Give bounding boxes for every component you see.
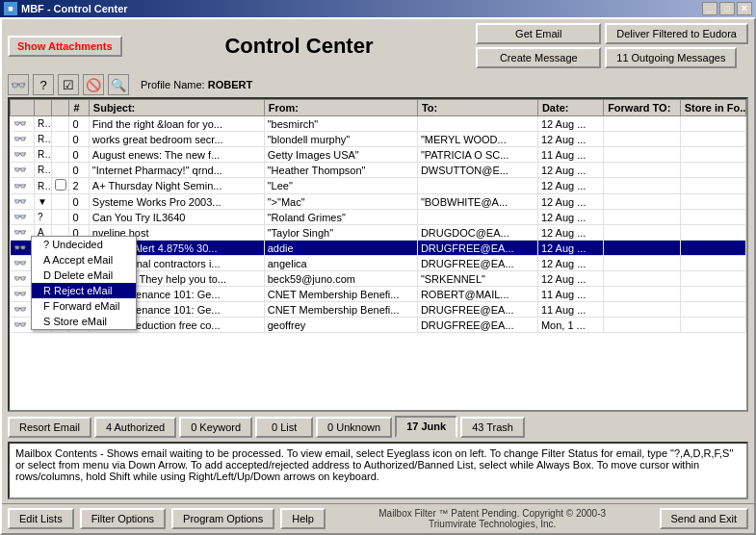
row-date: Mon, 1 ...	[537, 318, 603, 333]
send-and-exit-button[interactable]: Send and Exit	[660, 508, 749, 529]
get-email-button[interactable]: Get Email	[476, 23, 601, 44]
dropdown-item-s[interactable]: S Store eMail	[32, 314, 136, 329]
search-icon[interactable]: 🔍	[108, 74, 129, 95]
filter-tab-3[interactable]: 0 List	[255, 417, 313, 438]
row-checkbox[interactable]	[52, 163, 69, 178]
row-store	[680, 271, 745, 287]
email-table-container[interactable]: # Subject: From: To: Date: Forward TO: S…	[8, 97, 748, 412]
row-icon[interactable]: 👓	[11, 178, 35, 194]
filter-options-button[interactable]: Filter Options	[80, 508, 166, 529]
help-icon[interactable]: ?	[33, 74, 54, 95]
row-store	[680, 241, 745, 256]
row-store	[680, 178, 745, 194]
row-flag: R_...	[35, 116, 52, 132]
row-date: 12 Aug ...	[537, 116, 603, 132]
col-header-flag	[35, 100, 52, 116]
dropdown-item-a[interactable]: A Accept eMail	[32, 252, 136, 268]
row-from: "Lee"	[264, 178, 417, 194]
filter-tab-6[interactable]: 43 Trash	[460, 417, 525, 438]
row-store	[680, 210, 745, 225]
row-checkbox[interactable]	[52, 132, 69, 147]
row-flag: ?	[35, 210, 52, 225]
row-subject: works great bedroom secr...	[89, 132, 264, 147]
dropdown-item-r[interactable]: R Reject eMail	[32, 283, 136, 298]
table-row[interactable]: 👓 R_... 2 A+ Thursday Night Semin... "Le…	[11, 178, 746, 194]
row-icon[interactable]: 👓	[11, 116, 35, 132]
filter-tabs: Resort Email4 Authorized0 Keyword0 List0…	[2, 412, 754, 438]
create-message-button[interactable]: Create Message	[476, 47, 601, 68]
row-checkbox[interactable]	[52, 210, 69, 225]
table-row[interactable]: 👓 R_... 0 works great bedroom secr... "b…	[11, 132, 746, 147]
table-row[interactable]: 👓 R_... 0 "Internet Pharmacy!" qrnd... "…	[11, 163, 746, 178]
row-store	[680, 147, 745, 163]
row-icon[interactable]: 👓	[11, 194, 35, 210]
row-icon[interactable]: 👓	[11, 163, 35, 178]
outgoing-messages-button[interactable]: 11 Outgoing Messages	[605, 47, 737, 68]
ban-icon[interactable]: 🚫	[83, 74, 104, 95]
row-date: 12 Aug ...	[537, 178, 603, 194]
check-icon[interactable]: ☑	[58, 74, 79, 95]
row-store	[680, 256, 745, 271]
row-count: 0	[69, 163, 89, 178]
row-store	[680, 225, 745, 241]
toolbar-row: 👓 ? ☑ 🚫 🔍 Profile Name: ROBERT	[2, 72, 754, 97]
row-flag: R_...	[35, 147, 52, 163]
row-store	[680, 132, 745, 147]
row-from: "Taylor Singh"	[264, 225, 417, 241]
table-row[interactable]: 👓 ▼ 0 Systeme Works Pro 2003... ">"Mac" …	[11, 194, 746, 210]
help-button[interactable]: Help	[280, 508, 326, 529]
status-box: Mailbox Contents - Shows email waiting t…	[8, 442, 748, 499]
row-icon[interactable]: 👓	[11, 132, 35, 147]
row-checkbox[interactable]	[52, 194, 69, 210]
program-options-button[interactable]: Program Options	[171, 508, 274, 529]
row-date: 12 Aug ...	[537, 225, 603, 241]
row-fwdto	[604, 210, 681, 225]
filter-tab-2[interactable]: 0 Keyword	[179, 417, 252, 438]
filter-tab-0[interactable]: Resort Email	[8, 417, 91, 438]
row-flag: R_...	[35, 132, 52, 147]
table-row[interactable]: 👓 R_... 0 August enews: The new f... Get…	[11, 147, 746, 163]
table-row[interactable]: 👓 R_... 0 Find the right &loan for yo...…	[11, 116, 746, 132]
top-bar: Show Attachments Control Center Get Emai…	[2, 19, 754, 72]
row-fwdto	[604, 225, 681, 241]
row-from: "blondell murphy"	[264, 132, 417, 147]
row-fwdto	[604, 241, 681, 256]
row-checkbox[interactable]	[52, 116, 69, 132]
page-title: Control Center	[130, 34, 469, 59]
dropdown-item-?[interactable]: ? Undecided	[32, 237, 136, 252]
dropdown-item-d[interactable]: D Delete eMail	[32, 268, 136, 283]
row-to	[417, 178, 537, 194]
col-header-store: Store in Fo...	[680, 100, 745, 116]
filter-tab-4[interactable]: 0 Unknown	[316, 417, 392, 438]
filter-dropdown-menu[interactable]: ? UndecidedA Accept eMailD Delete eMailR…	[31, 236, 137, 330]
row-from: "besmirch"	[264, 116, 417, 132]
minimize-button[interactable]: _	[702, 2, 717, 15]
copyright-text: Mailbox Filter ™ Patent Pending. Copyrig…	[331, 508, 654, 529]
row-checkbox[interactable]	[52, 178, 69, 194]
filter-tab-1[interactable]: 4 Authorized	[94, 417, 176, 438]
deliver-filtered-button[interactable]: Deliver Filtered to Eudora	[605, 23, 748, 44]
app-icon: ■	[4, 2, 17, 15]
row-icon[interactable]: 👓	[11, 147, 35, 163]
row-subject: August enews: The new f...	[89, 147, 264, 163]
filter-tab-5[interactable]: 17 Junk	[395, 416, 457, 438]
show-attachments-button[interactable]: Show Attachments	[8, 36, 122, 57]
eyeglass-icon[interactable]: 👓	[8, 74, 29, 95]
row-store	[680, 116, 745, 132]
row-store	[680, 194, 745, 210]
maximize-button[interactable]: □	[719, 2, 735, 15]
edit-lists-button[interactable]: Edit Lists	[8, 508, 74, 529]
row-subject: "Internet Pharmacy!" qrnd...	[89, 163, 264, 178]
close-button[interactable]: ✕	[737, 2, 752, 15]
dropdown-item-f[interactable]: F Forward eMail	[32, 298, 136, 314]
top-right-row1: Get Email Deliver Filtered to Eudora	[476, 23, 748, 44]
row-icon[interactable]: 👓	[11, 210, 35, 225]
row-flag: R_...	[35, 178, 52, 194]
row-checkbox[interactable]	[52, 147, 69, 163]
row-count: 2	[69, 178, 89, 194]
row-from: "Heather Thompson"	[264, 163, 417, 178]
row-date: 11 Aug ...	[537, 302, 603, 318]
status-text: Mailbox Contents - Shows email waiting t…	[15, 447, 733, 482]
row-to: "PATRICIA O SC...	[417, 147, 537, 163]
table-row[interactable]: 👓 ? 0 Can You Try IL3640 "Roland Grimes"…	[11, 210, 746, 225]
